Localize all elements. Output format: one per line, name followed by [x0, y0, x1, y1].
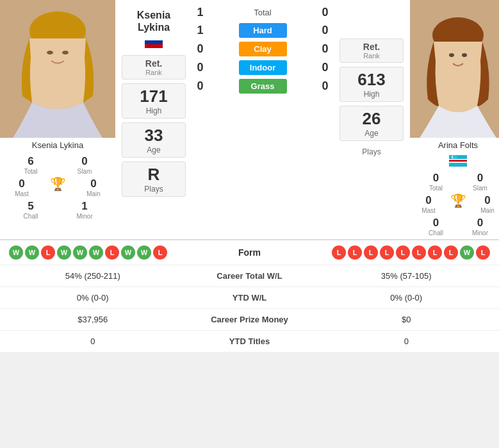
- right-mast-label: Mast: [414, 207, 443, 214]
- form-badge-w: W: [25, 245, 39, 260]
- prize-label: Career Prize Money: [179, 315, 320, 324]
- left-high-box: 171 High: [122, 83, 186, 119]
- grass-surface-button[interactable]: Grass: [239, 79, 287, 94]
- form-badge-w: W: [137, 245, 151, 260]
- total-label: Total: [254, 8, 271, 17]
- form-badge-w: W: [121, 245, 135, 260]
- left-total-label: Total: [17, 168, 45, 175]
- left-ytd-titles: 0: [6, 336, 179, 346]
- right-main-label: Main: [473, 207, 500, 214]
- svg-rect-18: [449, 163, 467, 167]
- right-plays-box: Plays: [339, 145, 404, 159]
- indoor-surface-button[interactable]: Indoor: [239, 60, 287, 75]
- right-prize: $0: [320, 315, 493, 324]
- right-slam-val: 0: [466, 172, 495, 185]
- svg-rect-16: [449, 160, 467, 162]
- form-badge-l: L: [332, 245, 346, 260]
- svg-point-5: [62, 51, 69, 54]
- hard-score-right: 0: [317, 24, 333, 37]
- left-player-stats: 6 Total 0 Slam 0 Mast 🏆: [0, 155, 115, 220]
- form-badge-l: L: [396, 245, 410, 260]
- svg-point-12: [449, 53, 454, 57]
- left-age-label: Age: [130, 145, 177, 154]
- prize-row: $37,956 Career Prize Money $0: [0, 308, 499, 330]
- form-badge-w: W: [57, 245, 71, 260]
- form-badge-l: L: [380, 245, 394, 260]
- match-indoor-row: 0 Indoor 0: [192, 60, 333, 75]
- left-plays-label: Plays: [130, 185, 177, 194]
- clay-score-right: 0: [317, 42, 333, 56]
- form-badge-l: L: [444, 245, 458, 260]
- ytd-titles-row: 0 YTD Titles 0: [0, 330, 499, 352]
- svg-point-23: [455, 158, 456, 158]
- right-mast-val: 0: [414, 194, 443, 207]
- left-main-label: Main: [79, 190, 108, 197]
- right-total-val: 0: [421, 172, 450, 185]
- right-center-block: Ret. Rank 613 High 26 Age Plays: [333, 0, 410, 239]
- right-age-box: 26 Age: [339, 106, 404, 141]
- form-badge-l: L: [364, 245, 378, 260]
- left-slam-val: 0: [70, 155, 99, 168]
- svg-point-4: [47, 51, 53, 54]
- left-total-val: 6: [17, 155, 45, 168]
- left-main-val: 0: [79, 178, 108, 190]
- svg-point-20: [452, 156, 454, 158]
- left-center-block: Ksenia Lykina Ret. Rank 171 High 33 Age: [115, 0, 192, 239]
- left-name-line1: Ksenia: [137, 10, 170, 21]
- left-name-line2: Lykina: [138, 22, 170, 33]
- hard-surface-button[interactable]: Hard: [239, 23, 287, 38]
- right-high-val: 613: [348, 70, 395, 90]
- right-high-label: High: [348, 90, 395, 99]
- left-minor-val: 1: [70, 200, 99, 213]
- total-score-left: 1: [192, 6, 208, 19]
- indoor-score-right: 0: [317, 61, 333, 74]
- right-player-name: Arina Folts: [438, 140, 478, 150]
- svg-point-22: [456, 157, 457, 158]
- svg-rect-7: [145, 40, 163, 44]
- form-badge-w: W: [73, 245, 87, 260]
- form-badge-l: L: [476, 245, 490, 260]
- left-minor-label: Minor: [70, 213, 99, 220]
- left-plays-box: R Plays: [122, 162, 186, 197]
- ytd-wl-row: 0% (0-0) YTD W/L 0% (0-0): [0, 286, 499, 308]
- clay-surface-button[interactable]: Clay: [239, 42, 287, 56]
- form-badge-l: L: [348, 245, 362, 260]
- left-plays-val: R: [130, 165, 177, 185]
- total-score-right: 0: [317, 6, 333, 19]
- right-ytd-titles: 0: [320, 336, 493, 346]
- form-row: WWLWWWLWWL Form LLLLLLLLWL: [0, 239, 499, 265]
- svg-point-21: [455, 156, 456, 157]
- left-ytd-wl: 0% (0-0): [6, 293, 179, 303]
- left-career-wl: 54% (250-211): [6, 271, 179, 281]
- form-badge-l: L: [105, 245, 119, 260]
- career-total-label: Career Total W/L: [179, 271, 320, 281]
- match-grass-row: 0 Grass 0: [192, 79, 333, 94]
- form-badge-w: W: [89, 245, 103, 260]
- right-age-val: 26: [348, 109, 395, 129]
- right-total-label: Total: [421, 185, 450, 192]
- right-player-name-label: Arina Folts: [410, 138, 499, 155]
- hard-score-left: 1: [192, 24, 208, 37]
- left-player-name-label: Ksenia Lykina: [0, 138, 115, 155]
- left-age-box: 33 Age: [122, 122, 186, 158]
- left-form-badges: WWLWWWLWWL: [9, 245, 167, 260]
- right-rank-sub: Rank: [348, 52, 395, 60]
- left-rank-sub: Rank: [130, 69, 177, 76]
- left-chall-val: 5: [17, 200, 45, 213]
- right-career-wl: 35% (57-105): [320, 271, 493, 281]
- left-trophy-icon: 🏆: [50, 178, 66, 190]
- svg-point-13: [462, 53, 467, 57]
- right-player-photo: [410, 0, 499, 138]
- left-slam-label: Slam: [70, 168, 99, 175]
- ytd-wl-label: YTD W/L: [179, 293, 320, 303]
- left-player-block: Ksenia Lykina 6 Total 0 Slam 0 M: [0, 0, 115, 239]
- right-player-block: Arina Folts: [410, 0, 499, 239]
- right-minor-val: 0: [466, 217, 495, 229]
- svg-rect-8: [145, 44, 163, 48]
- left-high-label: High: [130, 106, 177, 115]
- left-chall-label: Chall: [17, 213, 45, 220]
- right-trophy-icon: 🏆: [450, 194, 466, 207]
- match-clay-row: 0 Clay 0: [192, 42, 333, 56]
- form-badge-w: W: [9, 245, 23, 260]
- right-ytd-wl: 0% (0-0): [320, 293, 493, 303]
